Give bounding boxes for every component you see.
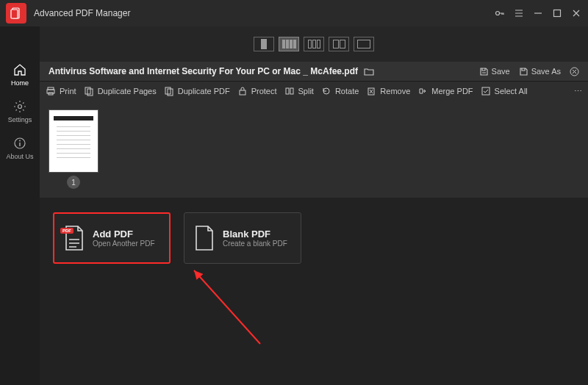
- sidebar-item-settings[interactable]: Settings: [8, 100, 32, 123]
- svg-rect-17: [290, 88, 293, 94]
- sidebar-item-about[interactable]: About Us: [6, 137, 33, 160]
- pdf-badge: PDF: [60, 228, 74, 234]
- document-filename: Antivirus Software and Internet Security…: [49, 66, 358, 76]
- blank-pdf-card[interactable]: Blank PDF Create a blank PDF: [184, 212, 301, 264]
- main: Antivirus Software and Internet Security…: [40, 26, 588, 385]
- duplicate-pdf-button[interactable]: Duplicate PDF: [164, 86, 230, 96]
- svg-point-4: [18, 105, 22, 109]
- card-title: Blank PDF: [223, 229, 287, 240]
- remove-icon: [366, 86, 376, 96]
- split-icon: [284, 86, 295, 96]
- save-button[interactable]: Save: [479, 67, 510, 76]
- toolbar-overflow[interactable]: ⋯: [574, 87, 582, 96]
- print-icon: [46, 86, 56, 96]
- maximize-button[interactable]: [551, 7, 563, 19]
- document-icon: [10, 7, 22, 19]
- view-switch: [40, 26, 588, 62]
- key-icon[interactable]: [494, 7, 506, 19]
- merge-pdf-button[interactable]: Merge PDF: [417, 86, 473, 96]
- home-icon: [13, 63, 26, 76]
- svg-point-2: [496, 12, 500, 15]
- gear-icon: [13, 100, 26, 113]
- sidebar-item-label: About Us: [6, 153, 33, 160]
- sidebar-item-home[interactable]: Home: [11, 63, 29, 87]
- page-number-badge: 1: [67, 176, 80, 189]
- blank-pdf-icon: [193, 225, 215, 251]
- card-title: Add PDF: [93, 229, 155, 240]
- print-button[interactable]: Print: [46, 86, 76, 96]
- view-grid-4[interactable]: [279, 37, 299, 51]
- svg-point-6: [19, 140, 21, 142]
- duplicate-pdf-icon: [164, 86, 174, 96]
- svg-rect-19: [482, 87, 490, 95]
- split-button[interactable]: Split: [284, 86, 314, 96]
- svg-rect-1: [11, 10, 18, 18]
- svg-rect-3: [554, 10, 561, 17]
- save-icon: [479, 67, 489, 76]
- view-grid-2[interactable]: [329, 37, 349, 51]
- add-pdf-icon: PDF: [63, 225, 85, 251]
- select-all-button[interactable]: Select All: [481, 86, 528, 96]
- document-header: Antivirus Software and Internet Security…: [40, 62, 588, 81]
- folder-open-icon[interactable]: [364, 66, 374, 76]
- duplicate-pages-button[interactable]: Duplicate Pages: [84, 86, 157, 96]
- toolbar: Print Duplicate Pages Duplicate PDF Prot…: [40, 81, 588, 101]
- close-icon: [570, 67, 579, 76]
- view-grid-3[interactable]: [304, 37, 324, 51]
- sidebar-item-label: Home: [11, 79, 29, 87]
- rotate-icon: [321, 86, 331, 96]
- rotate-button[interactable]: Rotate: [321, 86, 359, 96]
- merge-icon: [417, 86, 428, 96]
- remove-button[interactable]: Remove: [366, 86, 410, 96]
- sidebar: Home Settings About Us: [0, 26, 40, 385]
- minimize-button[interactable]: [532, 7, 544, 19]
- add-pdf-card[interactable]: PDF Add PDF Open Another PDF: [53, 212, 171, 264]
- action-cards: PDF Add PDF Open Another PDF Blank PDF C…: [40, 198, 588, 278]
- app-title: Advanced PDF Manager: [34, 8, 494, 18]
- page-preview: [49, 109, 98, 173]
- app-logo: [6, 3, 26, 24]
- svg-rect-16: [286, 88, 289, 94]
- close-button[interactable]: [570, 7, 582, 19]
- lock-icon: [237, 86, 248, 96]
- select-all-icon: [481, 86, 491, 96]
- page-thumbnail[interactable]: 1: [49, 109, 98, 189]
- menu-icon[interactable]: [513, 7, 525, 19]
- view-full[interactable]: [354, 37, 374, 51]
- sidebar-item-label: Settings: [8, 116, 32, 123]
- save-as-icon: [519, 67, 528, 76]
- duplicate-pages-icon: [84, 86, 94, 96]
- card-subtitle: Create a blank PDF: [223, 240, 287, 248]
- titlebar: Advanced PDF Manager: [0, 0, 588, 26]
- protect-button[interactable]: Protect: [237, 86, 277, 96]
- svg-rect-15: [240, 90, 245, 95]
- info-icon: [13, 137, 26, 150]
- close-document-button[interactable]: [570, 67, 579, 76]
- thumbnail-strip: 1: [40, 101, 588, 198]
- card-subtitle: Open Another PDF: [93, 240, 155, 248]
- save-as-button[interactable]: Save As: [519, 67, 561, 76]
- view-single[interactable]: [254, 37, 274, 51]
